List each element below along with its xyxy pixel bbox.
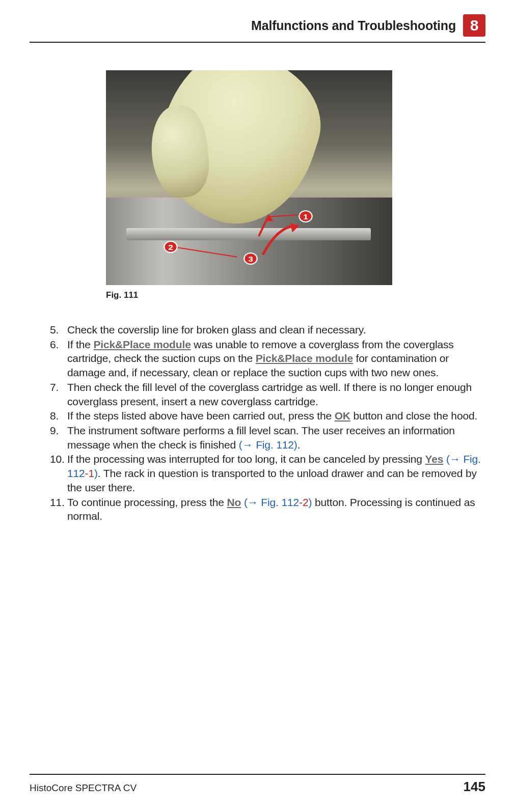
svg-marker-1	[290, 223, 299, 232]
ok-button-ref[interactable]: OK	[335, 410, 350, 422]
step-6: If the Pick&Place module was unable to r…	[50, 338, 483, 380]
step-8-text-b: button and close the hood.	[350, 410, 477, 422]
figure-callout-3: 3	[243, 253, 258, 265]
pick-place-link-2[interactable]: Pick&Place module	[256, 352, 353, 364]
fig-112-2-ref[interactable]: (→ Fig. 112-2)	[244, 496, 312, 508]
instruction-list: Check the coverslip line for broken glas…	[30, 323, 485, 523]
figure-caption: Fig. 111	[106, 290, 485, 300]
yes-button-ref[interactable]: Yes	[425, 453, 444, 465]
step-7-text: Then check the fill level of the covergl…	[67, 381, 472, 407]
step-8-text-a: If the steps listed above have been carr…	[67, 410, 335, 422]
figure-callout-1: 1	[299, 210, 313, 222]
step-6-text-a: If the	[67, 339, 93, 350]
page-number: 145	[464, 779, 485, 795]
step-10: If the processing was interrupted for to…	[50, 452, 483, 494]
step-9: The instrument software performs a fill …	[50, 424, 483, 452]
step-11: To continue processing, press the No (→ …	[50, 495, 483, 523]
pick-place-link-1[interactable]: Pick&Place module	[93, 339, 191, 350]
no-button-ref[interactable]: No	[227, 496, 241, 508]
fig-112-ref[interactable]: (→ Fig. 112)	[239, 439, 297, 451]
figure-111-image: 1 2 3	[106, 70, 392, 285]
step-8: If the steps listed above have been carr…	[50, 409, 483, 423]
step-10-text-a: If the processing was interrupted for to…	[67, 453, 425, 465]
header-rule	[30, 42, 485, 43]
step-9-text-b: .	[297, 439, 301, 451]
figure-callout-2: 2	[164, 241, 178, 253]
step-5: Check the coverslip line for broken glas…	[50, 323, 483, 337]
step-7: Then check the fill level of the covergl…	[50, 380, 483, 408]
document-name: HistoCore SPECTRA CV	[30, 782, 137, 794]
section-title: Malfunctions and Troubleshooting	[251, 18, 456, 33]
footer-rule	[30, 774, 485, 775]
step-10-text-c: . The rack in question is transported to…	[67, 467, 477, 493]
step-5-text: Check the coverslip line for broken glas…	[67, 324, 366, 335]
step-11-text-a: To continue processing, press the	[67, 496, 227, 508]
chapter-badge: 8	[463, 14, 485, 37]
